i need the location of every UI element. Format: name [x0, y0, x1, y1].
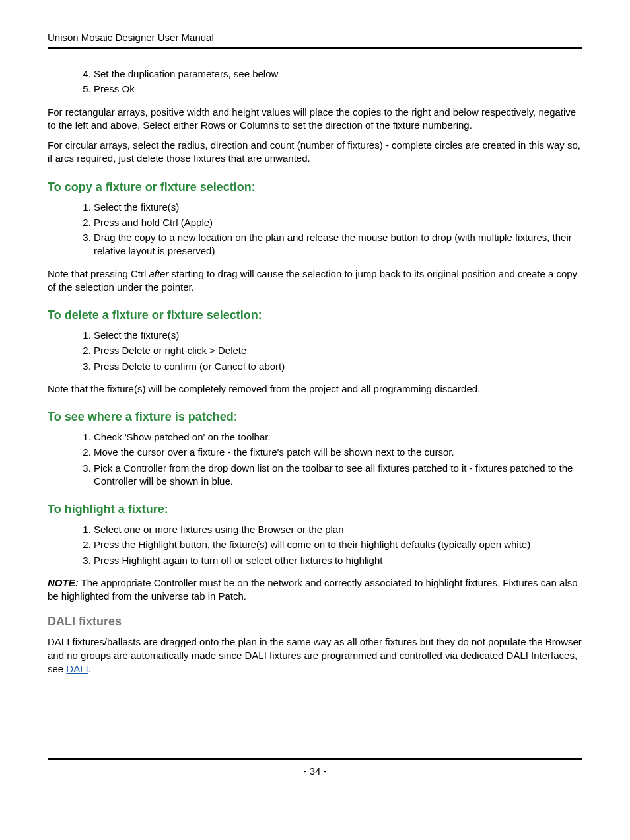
- list-item: Set the duplication parameters, see belo…: [94, 67, 582, 81]
- list-item: Press Delete or right-click > Delete: [94, 344, 582, 357]
- list-item: Move the cursor over a fixture - the fix…: [94, 446, 582, 459]
- header-rule: [48, 47, 582, 49]
- heading-delete: To delete a fixture or fixture selection…: [48, 308, 582, 322]
- header-title: Unison Mosaic Designer User Manual: [48, 32, 582, 43]
- intro-list: Set the duplication parameters, see belo…: [48, 67, 582, 96]
- paragraph-rectangular: For rectangular arrays, positive width a…: [48, 106, 582, 133]
- copy-list: Select the fixture(s) Press and hold Ctr…: [48, 201, 582, 258]
- text: Note that pressing Ctrl: [48, 268, 149, 279]
- page-number: - 34 -: [48, 760, 582, 777]
- paragraph-copy-note: Note that pressing Ctrl after starting t…: [48, 267, 582, 295]
- list-item: Press Ok: [94, 83, 582, 96]
- list-item: Press the Highlight button, the fixture(…: [94, 538, 582, 551]
- list-item: Check 'Show patched on' on the toolbar.: [94, 431, 582, 444]
- paragraph-dali: DALI fixtures/ballasts are dragged onto …: [48, 635, 582, 676]
- italic-text: after: [149, 268, 168, 279]
- list-item: Press Highlight again to turn off or sel…: [94, 554, 582, 567]
- list-item: Select one or more fixtures using the Br…: [94, 523, 582, 536]
- list-item: Select the fixture(s): [94, 201, 582, 214]
- list-item: Press Delete to confirm (or Cancel to ab…: [94, 360, 582, 373]
- heading-copy: To copy a fixture or fixture selection:: [48, 180, 582, 194]
- list-item: Drag the copy to a new location on the p…: [94, 231, 582, 258]
- content-area: Unison Mosaic Designer User Manual Set t…: [48, 32, 582, 758]
- list-item: Select the fixture(s): [94, 329, 582, 342]
- note-label: NOTE:: [48, 577, 79, 588]
- text: .: [88, 663, 91, 674]
- note-text: The appropriate Controller must be on th…: [48, 577, 578, 602]
- list-item: Pick a Controller from the drop down lis…: [94, 462, 582, 489]
- highlight-list: Select one or more fixtures using the Br…: [48, 523, 582, 567]
- delete-list: Select the fixture(s) Press Delete or ri…: [48, 329, 582, 373]
- patched-list: Check 'Show patched on' on the toolbar. …: [48, 431, 582, 488]
- heading-highlight: To highlight a fixture:: [48, 503, 582, 516]
- dali-link[interactable]: DALI: [66, 663, 88, 674]
- paragraph-delete-note: Note that the fixture(s) will be complet…: [48, 382, 582, 396]
- paragraph-circular: For circular arrays, select the radius, …: [48, 139, 582, 166]
- list-item: Press and hold Ctrl (Apple): [94, 216, 582, 229]
- heading-patched: To see where a fixture is patched:: [48, 410, 582, 424]
- paragraph-highlight-note: NOTE: The appropriate Controller must be…: [48, 577, 582, 604]
- text: DALI fixtures/ballasts are dragged onto …: [48, 636, 582, 674]
- heading-dali: DALI fixtures: [48, 615, 582, 629]
- page-container: Unison Mosaic Designer User Manual Set t…: [0, 0, 630, 840]
